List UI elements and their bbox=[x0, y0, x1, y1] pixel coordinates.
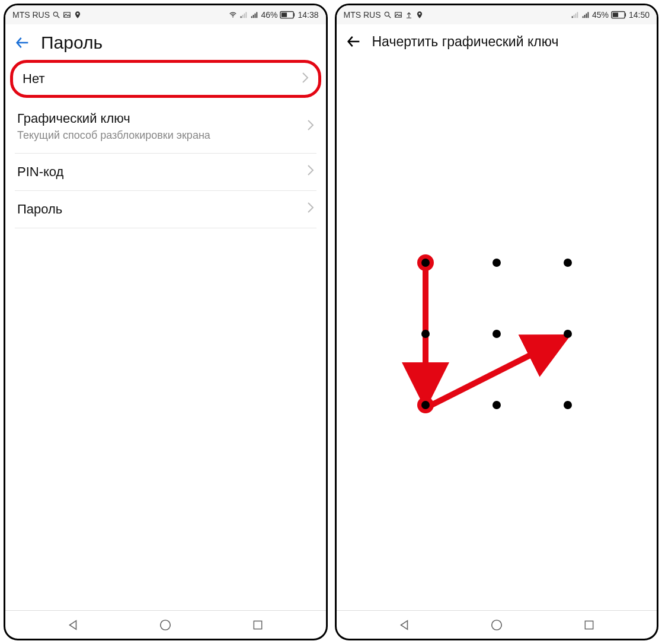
option-label: Пароль bbox=[17, 202, 307, 217]
back-button[interactable] bbox=[345, 33, 363, 50]
status-left: MTS RUS bbox=[12, 10, 82, 20]
svg-marker-17 bbox=[70, 620, 76, 629]
option-pattern[interactable]: Графический ключ Текущий способ разблоки… bbox=[15, 100, 316, 154]
option-pin[interactable]: PIN-код bbox=[15, 154, 316, 191]
svg-point-20 bbox=[385, 12, 389, 16]
svg-point-4 bbox=[233, 17, 234, 18]
svg-line-21 bbox=[388, 16, 391, 18]
page-title: Пароль bbox=[41, 33, 103, 53]
svg-point-18 bbox=[161, 620, 171, 630]
pattern-dot-0-0[interactable] bbox=[421, 259, 430, 267]
nav-recent-button[interactable] bbox=[250, 617, 266, 633]
svg-rect-31 bbox=[584, 15, 586, 18]
svg-line-1 bbox=[57, 16, 60, 18]
svg-rect-35 bbox=[625, 13, 626, 17]
svg-point-3 bbox=[77, 13, 79, 15]
status-bar: MTS RUS 46% 14:38 bbox=[5, 5, 326, 24]
status-right: 46% 14:38 bbox=[229, 10, 318, 20]
options-list: Нет Графический ключ Текущий способ разб… bbox=[5, 60, 326, 228]
battery-icon bbox=[280, 11, 295, 19]
image-icon bbox=[63, 11, 71, 19]
pattern-dot-2-2[interactable] bbox=[564, 401, 572, 409]
wifi-icon bbox=[229, 11, 237, 19]
location-icon bbox=[73, 11, 82, 19]
option-password[interactable]: Пароль bbox=[15, 191, 316, 228]
back-button[interactable] bbox=[14, 34, 31, 52]
svg-rect-28 bbox=[575, 14, 577, 18]
carrier-label: MTS RUS bbox=[344, 10, 381, 20]
nav-recent-button[interactable] bbox=[581, 617, 597, 633]
svg-rect-6 bbox=[242, 15, 244, 18]
carrier-label: MTS RUS bbox=[12, 10, 50, 20]
option-label: Нет bbox=[23, 71, 302, 87]
signal-strong-icon bbox=[250, 11, 258, 19]
svg-rect-14 bbox=[294, 13, 295, 17]
svg-rect-19 bbox=[254, 621, 262, 629]
svg-rect-5 bbox=[241, 16, 242, 18]
pattern-dot-1-2[interactable] bbox=[492, 401, 501, 409]
pattern-dot-2-0[interactable] bbox=[564, 259, 572, 267]
title-bar: Начертить графический ключ bbox=[337, 24, 657, 58]
pattern-grid[interactable] bbox=[402, 239, 591, 429]
clock-label: 14:38 bbox=[298, 10, 318, 20]
nav-bar bbox=[337, 610, 657, 639]
location-icon bbox=[415, 11, 424, 19]
svg-point-44 bbox=[491, 620, 501, 630]
svg-line-40 bbox=[431, 340, 561, 405]
signal-strong-icon bbox=[581, 11, 590, 19]
svg-rect-12 bbox=[257, 12, 258, 18]
pattern-dot-2-1[interactable] bbox=[564, 330, 572, 338]
svg-point-0 bbox=[53, 12, 57, 16]
chevron-right-icon bbox=[307, 119, 314, 134]
battery-icon bbox=[611, 11, 626, 19]
pattern-dot-0-2[interactable] bbox=[421, 401, 430, 409]
nav-back-button[interactable] bbox=[65, 617, 81, 633]
pattern-dot-0-1[interactable] bbox=[421, 330, 430, 338]
nav-home-button[interactable] bbox=[489, 617, 504, 633]
pattern-dot-1-1[interactable] bbox=[492, 330, 501, 338]
option-none[interactable]: Нет bbox=[10, 60, 321, 98]
svg-rect-9 bbox=[251, 16, 252, 18]
page-title: Начертить графический ключ bbox=[372, 34, 559, 50]
clock-label: 14:50 bbox=[629, 10, 650, 20]
battery-percent: 46% bbox=[261, 10, 277, 20]
status-bar: MTS RUS 45% 14:50 bbox=[337, 5, 657, 24]
upload-icon bbox=[405, 11, 413, 19]
option-label: Графический ключ bbox=[17, 111, 307, 126]
svg-rect-11 bbox=[255, 14, 256, 18]
svg-rect-33 bbox=[587, 12, 589, 18]
svg-rect-26 bbox=[572, 16, 573, 18]
svg-marker-43 bbox=[401, 620, 407, 629]
chevron-right-icon bbox=[307, 164, 314, 179]
svg-rect-45 bbox=[585, 621, 593, 629]
svg-rect-32 bbox=[586, 14, 587, 18]
signal-weak-icon bbox=[239, 11, 248, 19]
svg-rect-27 bbox=[574, 15, 575, 18]
svg-rect-29 bbox=[577, 12, 578, 18]
image-icon bbox=[394, 11, 402, 19]
svg-point-25 bbox=[418, 13, 420, 15]
svg-rect-10 bbox=[253, 15, 254, 18]
option-label: PIN-код bbox=[17, 164, 307, 180]
option-sublabel: Текущий способ разблокировки экрана bbox=[17, 129, 307, 142]
title-bar: Пароль bbox=[5, 24, 326, 60]
nav-back-button[interactable] bbox=[396, 617, 412, 633]
svg-rect-36 bbox=[613, 12, 618, 17]
svg-rect-7 bbox=[244, 14, 245, 18]
search-icon bbox=[383, 11, 392, 19]
chevron-right-icon bbox=[307, 202, 314, 216]
svg-rect-30 bbox=[583, 16, 584, 18]
phone-right: MTS RUS 45% 14:50 bbox=[335, 4, 659, 640]
status-right: 45% 14:50 bbox=[571, 10, 650, 20]
pattern-dot-1-0[interactable] bbox=[492, 259, 501, 267]
svg-rect-8 bbox=[246, 12, 247, 18]
signal-weak-icon bbox=[571, 11, 579, 19]
svg-rect-15 bbox=[282, 12, 287, 17]
nav-home-button[interactable] bbox=[158, 617, 173, 633]
phone-left: MTS RUS 46% 14:38 bbox=[4, 4, 328, 640]
battery-percent: 45% bbox=[592, 10, 609, 20]
pattern-area[interactable] bbox=[337, 58, 657, 610]
chevron-right-icon bbox=[302, 72, 309, 87]
search-icon bbox=[52, 11, 60, 19]
status-left: MTS RUS bbox=[344, 10, 424, 20]
